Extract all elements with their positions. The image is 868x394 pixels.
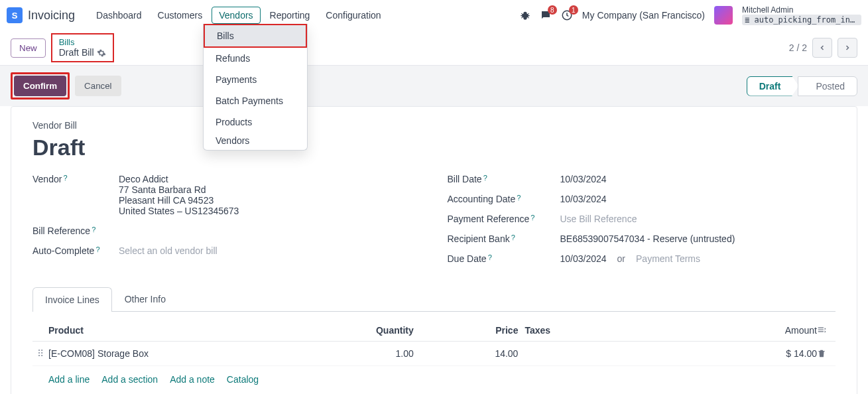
status-bar: Draft Posted <box>747 76 857 96</box>
form-left-column: Vendor? Deco Addict 77 Santa Barbara Rd … <box>32 174 421 273</box>
add-row: Add a line Add a section Add a note Cata… <box>32 366 836 393</box>
breadcrumb-current: Draft Bill <box>59 47 106 58</box>
bill-ref-field[interactable] <box>119 226 421 236</box>
section-label: Vendor Bill <box>32 120 836 131</box>
record-title: Draft <box>32 135 836 161</box>
top-nav: S Invoicing Dashboard Customers Vendors … <box>0 0 868 31</box>
pager-text: 2 / 2 <box>789 42 807 53</box>
cancel-button[interactable]: Cancel <box>75 76 121 96</box>
breadcrumb-parent[interactable]: Bills <box>59 37 106 48</box>
dropdown-products[interactable]: Products <box>204 111 307 133</box>
help-icon[interactable]: ? <box>483 174 487 182</box>
user-name: Mitchell Admin <box>742 5 861 15</box>
nav-configuration[interactable]: Configuration <box>319 7 387 23</box>
confirm-highlight: Confirm <box>11 72 70 99</box>
pay-ref-label: Payment Reference <box>448 214 530 224</box>
delete-line-icon[interactable] <box>817 349 836 358</box>
dropdown-vendors[interactable]: Vendors <box>204 133 307 150</box>
add-note[interactable]: Add a note <box>170 374 215 385</box>
bill-date-label: Bill Date <box>448 174 482 184</box>
autocomplete-label: Auto-Complete <box>32 245 94 256</box>
dropdown-batch-payments[interactable]: Batch Payments <box>204 90 307 111</box>
new-button[interactable]: New <box>11 38 46 58</box>
col-taxes: Taxes <box>525 325 707 336</box>
table-row[interactable]: ⠿ [E-COM08] Storage Box 1.00 14.00 $ 14.… <box>32 342 836 366</box>
help-icon[interactable]: ? <box>511 233 515 241</box>
invoice-lines-table: Product Quantity Price Taxes Amount ⠿ [E… <box>32 320 836 393</box>
tabs: Invoice Lines Other Info <box>32 287 836 312</box>
nav-customers[interactable]: Customers <box>151 7 210 23</box>
topbar-right: 8 1 My Company (San Francisco) Mitchell … <box>520 5 861 26</box>
user-db: auto_picking_from_invoic… <box>742 15 861 25</box>
chevron-right-icon <box>843 44 851 52</box>
col-price: Price <box>427 325 525 336</box>
acct-date-field[interactable]: 10/03/2024 <box>560 194 836 204</box>
dropdown-refunds[interactable]: Refunds <box>204 48 307 69</box>
breadcrumb: Bills Draft Bill <box>51 33 114 62</box>
help-icon[interactable]: ? <box>92 226 95 233</box>
vendor-label: Vendor <box>32 174 62 184</box>
app-icon[interactable]: S <box>7 7 23 23</box>
gear-icon[interactable] <box>97 48 106 58</box>
or-text: or <box>617 253 625 264</box>
drag-handle-icon[interactable]: ⠿ <box>32 348 48 359</box>
help-icon[interactable]: ? <box>63 174 67 182</box>
status-posted[interactable]: Posted <box>798 76 857 96</box>
dropdown-bills-highlight-wrap: Bills <box>204 24 307 48</box>
app-name[interactable]: Invoicing <box>28 9 75 23</box>
nav-dashboard[interactable]: Dashboard <box>90 7 149 23</box>
help-icon[interactable]: ? <box>95 245 99 253</box>
sub-bar: New Bills Draft Bill 2 / 2 <box>0 31 868 65</box>
bill-ref-label: Bill Reference <box>32 226 90 236</box>
vendor-field[interactable]: Deco Addict 77 Santa Barbara Rd Pleasant… <box>119 174 421 216</box>
pay-ref-field[interactable]: Use Bill Reference <box>560 214 836 224</box>
table-header: Product Quantity Price Taxes Amount <box>32 320 836 342</box>
action-bar: Confirm Cancel Draft Posted <box>0 65 868 106</box>
due-date-row: 10/03/2024 or Payment Terms <box>560 253 836 264</box>
dropdown-payments[interactable]: Payments <box>204 69 307 90</box>
messages-badge: 8 <box>548 5 557 15</box>
tab-invoice-lines[interactable]: Invoice Lines <box>32 287 112 312</box>
status-draft[interactable]: Draft <box>747 76 799 96</box>
due-date-label: Due Date <box>448 253 487 264</box>
bill-date-field[interactable]: 10/03/2024 <box>560 174 836 184</box>
line-amount: $ 14.00 <box>708 348 817 359</box>
due-date-field[interactable]: 10/03/2024 <box>560 253 607 264</box>
activities-icon[interactable]: 1 <box>561 9 573 21</box>
avatar[interactable] <box>714 6 733 25</box>
vendors-dropdown: Bills Refunds Payments Batch Payments Pr… <box>203 24 308 151</box>
pager: 2 / 2 <box>789 38 857 58</box>
bank-label: Recipient Bank <box>448 233 510 244</box>
pager-next[interactable] <box>837 38 857 58</box>
catalog-link[interactable]: Catalog <box>227 374 259 385</box>
tab-other-info[interactable]: Other Info <box>112 287 178 311</box>
company-switcher[interactable]: My Company (San Francisco) <box>582 10 705 21</box>
help-icon[interactable]: ? <box>517 194 521 202</box>
activities-badge: 1 <box>569 5 578 15</box>
columns-options-icon[interactable] <box>817 325 836 336</box>
col-qty: Quantity <box>322 325 427 336</box>
line-price[interactable]: 14.00 <box>427 348 525 359</box>
add-section[interactable]: Add a section <box>101 374 158 385</box>
add-line[interactable]: Add a line <box>48 374 90 385</box>
payment-terms-field[interactable]: Payment Terms <box>636 253 700 264</box>
col-product: Product <box>48 325 322 336</box>
nav-vendors[interactable]: Vendors <box>212 7 260 24</box>
bug-icon[interactable] <box>520 10 530 21</box>
col-amount: Amount <box>708 325 817 336</box>
line-qty[interactable]: 1.00 <box>322 348 427 359</box>
user-menu[interactable]: Mitchell Admin auto_picking_from_invoic… <box>742 5 861 26</box>
autocomplete-field[interactable]: Select an old vendor bill <box>119 245 421 256</box>
pager-prev[interactable] <box>812 38 832 58</box>
messages-icon[interactable]: 8 <box>540 9 552 21</box>
form-right-column: Bill Date? 10/03/2024 Accounting Date? 1… <box>448 174 836 273</box>
line-product[interactable]: [E-COM08] Storage Box <box>48 348 322 359</box>
dropdown-bills[interactable]: Bills <box>205 25 306 46</box>
help-icon[interactable]: ? <box>530 214 534 222</box>
confirm-button[interactable]: Confirm <box>14 76 66 96</box>
nav-reporting[interactable]: Reporting <box>263 7 317 23</box>
help-icon[interactable]: ? <box>488 253 492 261</box>
bank-field[interactable]: BE68539007547034 - Reserve (untrusted) <box>560 233 836 244</box>
chevron-left-icon <box>818 44 826 52</box>
form-sheet: Vendor Bill Draft Vendor? Deco Addict 77… <box>11 106 857 394</box>
